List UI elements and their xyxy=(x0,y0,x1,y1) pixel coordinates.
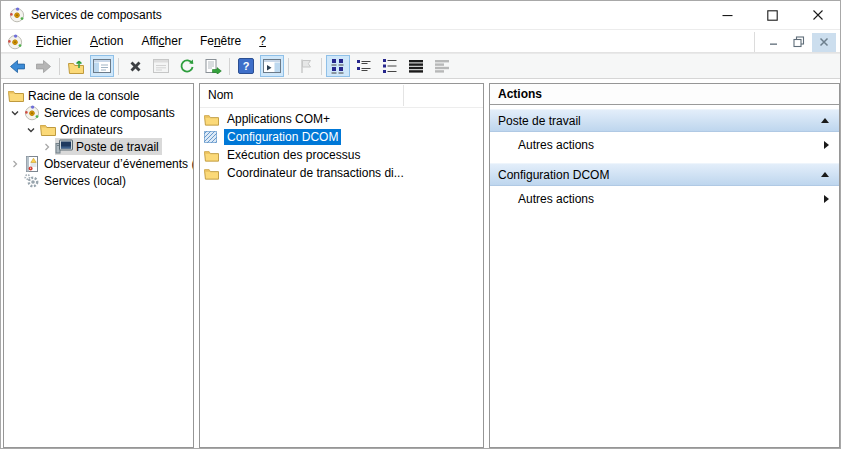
tree-item-ordinateurs[interactable]: Ordinateurs xyxy=(4,121,193,138)
action-item-autres-actions[interactable]: Autres actions xyxy=(490,132,839,158)
menu-fichier[interactable]: Fichier xyxy=(27,30,81,53)
tree-expanded-chevron-icon[interactable] xyxy=(23,122,39,138)
list-item-coordinateur-de-transactions-di[interactable]: Coordinateur de transactions di... xyxy=(200,164,483,182)
window-controls xyxy=(705,1,840,29)
column-divider[interactable] xyxy=(403,85,404,106)
toolbar-separator xyxy=(59,58,60,75)
action-item-autres-actions[interactable]: Autres actions xyxy=(490,186,839,212)
toolbar-context-banner-button[interactable] xyxy=(293,55,317,77)
toolbar-refresh-button[interactable] xyxy=(175,55,199,77)
menu-help[interactable]: ? xyxy=(250,30,275,53)
close-button[interactable] xyxy=(795,1,840,29)
com-services-icon xyxy=(9,7,25,23)
console-tree-panel: Racine de la consoleServices de composan… xyxy=(3,83,194,448)
actions-section-poste-de-travail: Poste de travailAutres actions xyxy=(490,109,839,158)
folder-icon xyxy=(7,88,25,104)
dcom-config-icon xyxy=(204,130,219,144)
toolbar-show-console-tree-button[interactable] xyxy=(90,55,114,77)
child-close-button[interactable] xyxy=(812,33,836,52)
toolbar-delete-button[interactable] xyxy=(123,55,147,77)
title-bar: Services de composants xyxy=(1,1,840,29)
child-minimize-button[interactable] xyxy=(762,33,786,52)
list-item-label: Applications COM+ xyxy=(224,111,333,127)
section-title: Poste de travail xyxy=(498,114,581,128)
toolbar-separator xyxy=(288,58,289,75)
result-list: Applications COM+Configuration DCOMExécu… xyxy=(200,108,483,182)
tree-item-label: Observateur d’événements ( xyxy=(41,157,194,171)
toolbar-list-view-button[interactable] xyxy=(378,55,402,77)
toolbar-properties-button[interactable] xyxy=(149,55,173,77)
toolbar-forward-button[interactable] xyxy=(31,55,55,77)
event-viewer-icon xyxy=(23,156,41,172)
tree-item-label: Services de composants xyxy=(41,106,175,120)
toolbar-show-action-pane-button[interactable] xyxy=(260,55,284,77)
window-title: Services de composants xyxy=(31,1,162,29)
toolbar-separator xyxy=(229,58,230,75)
menu-bar: FichierActionAfficherFenêtre? xyxy=(1,29,840,53)
toolbar-back-button[interactable] xyxy=(5,55,29,77)
folder-icon xyxy=(204,148,219,162)
list-item-execution-des-processus[interactable]: Exécution des processus xyxy=(200,146,483,164)
actions-pane: Actions Poste de travailAutres actionsCo… xyxy=(489,83,840,448)
submenu-arrow-icon xyxy=(824,141,829,149)
child-window-system-icon[interactable] xyxy=(7,34,23,50)
collapse-arrow-icon xyxy=(821,118,829,123)
list-item-label: Coordinateur de transactions di... xyxy=(224,165,407,181)
section-title: Configuration DCOM xyxy=(498,168,609,182)
tree-item-services-de-composants[interactable]: Services de composants xyxy=(4,104,193,121)
component-services-window: Services de composants FichierActionAffi… xyxy=(0,0,841,449)
tree-expanded-chevron-icon[interactable] xyxy=(7,105,23,121)
actions-sections: Poste de travailAutres actionsConfigurat… xyxy=(490,109,839,212)
minimize-button[interactable] xyxy=(705,1,750,29)
tree-collapsed-chevron-icon[interactable] xyxy=(7,156,23,172)
toolbar-export-list-button[interactable] xyxy=(201,55,225,77)
menu-items: FichierActionAfficherFenêtre? xyxy=(27,30,275,53)
list-item-applications-com+[interactable]: Applications COM+ xyxy=(200,110,483,128)
toolbar-status-view-button[interactable] xyxy=(430,55,454,77)
console-tree: Racine de la consoleServices de composan… xyxy=(4,84,193,189)
actions-section-header-configuration-dcom[interactable]: Configuration DCOM xyxy=(490,163,839,186)
column-header-name[interactable]: Nom xyxy=(208,84,233,107)
action-item-label: Autres actions xyxy=(518,138,594,152)
folder-icon xyxy=(39,122,57,138)
folder-icon xyxy=(204,112,219,126)
submenu-arrow-icon xyxy=(824,195,829,203)
tree-item-services-local[interactable]: Services (local) xyxy=(4,172,193,189)
toolbar-separator xyxy=(321,58,322,75)
folder-icon xyxy=(204,166,219,180)
list-item-label: Configuration DCOM xyxy=(224,129,341,145)
toolbar-icons-view-button[interactable] xyxy=(326,55,350,77)
tree-item-label: Ordinateurs xyxy=(57,123,123,137)
menu-afficher[interactable]: Afficher xyxy=(132,30,190,53)
tree-item-racine-de-la-console[interactable]: Racine de la console xyxy=(4,87,193,104)
svg-text:?: ? xyxy=(243,60,250,72)
toolbar: ? xyxy=(1,53,840,79)
tree-item-label: Racine de la console xyxy=(25,89,139,103)
tree-item-poste-de-travail[interactable]: Poste de travail xyxy=(4,138,193,155)
maximize-button[interactable] xyxy=(750,1,795,29)
tree-item-label: Poste de travail xyxy=(73,140,159,154)
tree-item-label: Services (local) xyxy=(41,174,126,188)
list-item-configuration-dcom[interactable]: Configuration DCOM xyxy=(200,128,483,146)
toolbar-help-button[interactable]: ? xyxy=(234,55,258,77)
toolbar-separator xyxy=(118,58,119,75)
child-restore-button[interactable] xyxy=(787,33,811,52)
toolbar-details-view-button[interactable] xyxy=(404,55,428,77)
com-ball-icon xyxy=(23,105,41,121)
actions-section-configuration-dcom: Configuration DCOMAutres actions xyxy=(490,163,839,212)
result-list-panel: Nom Applications COM+Configuration DCOME… xyxy=(199,83,484,448)
list-item-label: Exécution des processus xyxy=(224,147,363,163)
computer-icon xyxy=(55,139,73,155)
expander-spacer xyxy=(7,173,23,189)
tree-item-observateur-d-evenements[interactable]: Observateur d’événements ( xyxy=(4,155,193,172)
tree-collapsed-chevron-icon[interactable] xyxy=(39,139,55,155)
services-gear-icon xyxy=(23,173,41,189)
child-window-controls xyxy=(754,32,836,52)
collapse-arrow-icon xyxy=(821,172,829,177)
menu-action[interactable]: Action xyxy=(81,30,132,53)
actions-section-header-poste-de-travail[interactable]: Poste de travail xyxy=(490,109,839,132)
toolbar-small-icons-view-button[interactable] xyxy=(352,55,376,77)
toolbar-up-one-level-button[interactable] xyxy=(64,55,88,77)
menu-fenetre[interactable]: Fenêtre xyxy=(191,30,250,53)
actions-pane-title: Actions xyxy=(490,84,839,105)
